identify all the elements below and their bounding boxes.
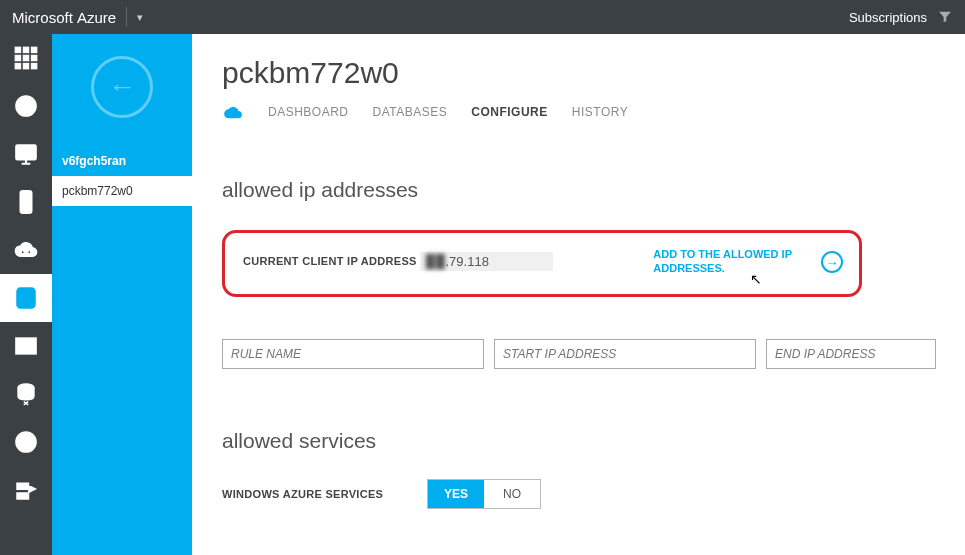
chevron-down-icon[interactable]: ▾: [137, 11, 143, 24]
main-content: pckbm772w0 DASHBOARD DATABASES CONFIGURE…: [192, 34, 965, 555]
rail-vm[interactable]: [0, 130, 52, 178]
rail-servicebus[interactable]: [0, 466, 52, 514]
divider: [126, 7, 127, 27]
azure-services-toggle: YES NO: [427, 479, 541, 509]
svg-rect-8: [31, 63, 36, 68]
tab-history[interactable]: HISTORY: [572, 105, 628, 119]
rail-media[interactable]: [0, 418, 52, 466]
svg-rect-7: [23, 63, 28, 68]
client-ip-box: CURRENT CLIENT IP ADDRESS ▉▉.79.118 ADD …: [222, 230, 862, 297]
svg-rect-1: [23, 47, 28, 52]
arrow-left-icon: ←: [108, 71, 136, 103]
svg-rect-5: [31, 55, 36, 60]
icon-rail: DB: [0, 34, 52, 555]
tabs: DASHBOARD DATABASES CONFIGURE HISTORY: [222, 104, 965, 120]
page-title: pckbm772w0: [222, 56, 965, 90]
rule-name-input[interactable]: [222, 339, 484, 369]
client-ip-value: ▉▉.79.118: [420, 252, 554, 271]
filter-icon[interactable]: [937, 9, 953, 25]
svg-rect-19: [16, 338, 36, 353]
svg-rect-0: [15, 47, 20, 52]
context-item-db[interactable]: pckbm772w0: [52, 176, 192, 206]
svg-rect-11: [23, 150, 30, 155]
tab-databases[interactable]: DATABASES: [373, 105, 448, 119]
cursor-icon: ↖: [750, 271, 762, 287]
svg-rect-2: [31, 47, 36, 52]
start-ip-input[interactable]: [494, 339, 756, 369]
context-item-server[interactable]: v6fgch5ran: [52, 146, 192, 176]
toggle-yes[interactable]: YES: [428, 480, 484, 508]
svg-point-15: [21, 251, 24, 254]
rail-table[interactable]: [0, 322, 52, 370]
azure-services-label: WINDOWS AZURE SERVICES: [222, 488, 427, 500]
add-ip-link[interactable]: ADD TO THE ALLOWED IP ADDRESSES.: [653, 247, 841, 276]
toggle-no[interactable]: NO: [484, 480, 540, 508]
firewall-rule-row: [222, 339, 965, 369]
rail-db[interactable]: DB: [0, 274, 52, 322]
section-allowed-services: allowed services: [222, 429, 965, 453]
section-allowed-ip: allowed ip addresses: [222, 178, 965, 202]
tab-configure[interactable]: CONFIGURE: [471, 105, 548, 119]
context-column: ← v6fgch5ran pckbm772w0: [52, 34, 192, 555]
brand: Microsoft Azure: [12, 9, 116, 26]
svg-rect-4: [23, 55, 28, 60]
svg-text:DB: DB: [19, 293, 33, 304]
client-ip-label: CURRENT CLIENT IP ADDRESS: [243, 255, 420, 267]
svg-point-14: [25, 209, 27, 211]
rail-web[interactable]: [0, 82, 52, 130]
cloud-icon: [222, 104, 244, 120]
azure-services-row: WINDOWS AZURE SERVICES YES NO: [222, 479, 965, 509]
rail-cloud[interactable]: [0, 226, 52, 274]
subscriptions-link[interactable]: Subscriptions: [849, 10, 927, 25]
back-button[interactable]: ←: [91, 56, 153, 118]
svg-rect-3: [15, 55, 20, 60]
rail-hdinsight[interactable]: [0, 370, 52, 418]
svg-rect-13: [24, 197, 28, 201]
end-ip-input[interactable]: [766, 339, 936, 369]
tab-dashboard[interactable]: DASHBOARD: [268, 105, 349, 119]
svg-point-16: [28, 251, 31, 254]
svg-rect-6: [15, 63, 20, 68]
rail-mobile[interactable]: [0, 178, 52, 226]
rail-all-items[interactable]: [0, 34, 52, 82]
top-bar: Microsoft Azure ▾ Subscriptions: [0, 0, 965, 34]
arrow-right-circle-icon[interactable]: →: [821, 251, 843, 273]
